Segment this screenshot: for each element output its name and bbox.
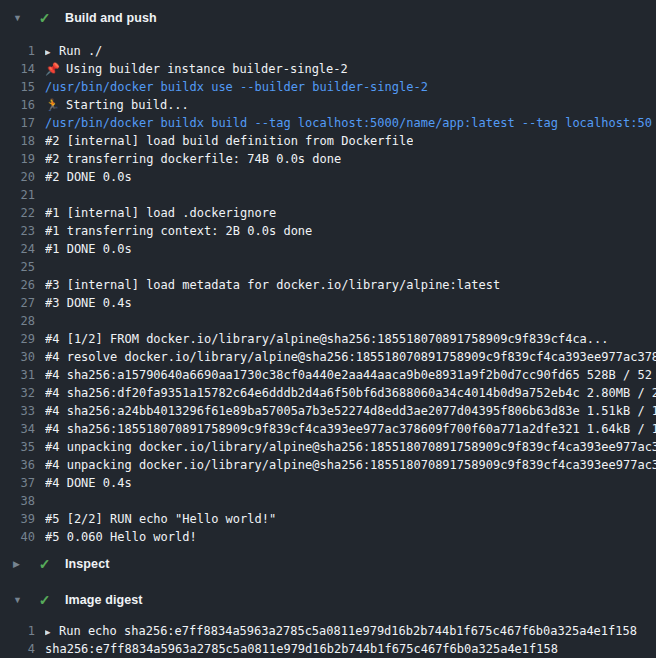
pushpin-icon: 📌 [45, 60, 60, 78]
log-text: ▶Run ./ [45, 42, 102, 60]
log-text: #1 transferring context: 2B 0.0s done [45, 222, 312, 240]
log-line: 27#3 DONE 0.4s [0, 294, 656, 312]
log-line: 40#5 0.060 Hello world! [0, 528, 656, 546]
line-number[interactable]: 14 [0, 60, 35, 78]
log-line: 1▶Run echo sha256:e7ff8834a5963a2785c5a0… [0, 622, 656, 640]
log-line: 32#4 sha256:df20fa9351a15782c64e6dddb2d4… [0, 384, 656, 402]
log-text: #1 [internal] load .dockerignore [45, 204, 276, 222]
log-text: #2 [internal] load build definition from… [45, 132, 413, 150]
line-number[interactable]: 17 [0, 114, 35, 132]
log-text: #4 [1/2] FROM docker.io/library/alpine@s… [45, 330, 609, 348]
log-line: 26#3 [internal] load metadata for docker… [0, 276, 656, 294]
log-line: 20#2 DONE 0.0s [0, 168, 656, 186]
log-line: 25 [0, 258, 656, 276]
log-text: #1 DONE 0.0s [45, 240, 132, 258]
line-number[interactable]: 29 [0, 330, 35, 348]
log-text: #5 0.060 Hello world! [45, 528, 197, 546]
section-label: Build and push [65, 11, 157, 25]
log-line: 18#2 [internal] load build definition fr… [0, 132, 656, 150]
log-line: 17/usr/bin/docker buildx build --tag loc… [0, 114, 656, 132]
line-number[interactable]: 26 [0, 276, 35, 294]
log-text: #4 sha256:185518070891758909c9f839cf4ca3… [45, 420, 656, 438]
log-text: /usr/bin/docker buildx build --tag local… [45, 114, 652, 132]
log-text: sha256:e7ff8834a5963a2785c5a0811e979d16b… [45, 640, 558, 658]
log-text: #3 DONE 0.4s [45, 294, 132, 312]
line-number[interactable]: 21 [0, 186, 35, 204]
line-number[interactable]: 24 [0, 240, 35, 258]
line-number[interactable]: 20 [0, 168, 35, 186]
section-label: Image digest [65, 593, 143, 607]
workflow-log-viewer: ▼✓Build and push1▶Run ./14📌Using builder… [0, 0, 656, 658]
log-line: 16🏃Starting build... [0, 96, 656, 114]
line-number[interactable]: 27 [0, 294, 35, 312]
log-line: 28 [0, 312, 656, 330]
log-text: #4 unpacking docker.io/library/alpine@sh… [45, 456, 656, 474]
log-line: 4sha256:e7ff8834a5963a2785c5a0811e979d16… [0, 640, 656, 658]
log-text: #4 sha256:a24bb4013296f61e89ba57005a7b3e… [45, 402, 656, 420]
line-number[interactable]: 39 [0, 510, 35, 528]
line-number[interactable]: 32 [0, 384, 35, 402]
line-number[interactable]: 15 [0, 78, 35, 96]
line-number[interactable]: 1 [0, 622, 35, 640]
line-number[interactable]: 18 [0, 132, 35, 150]
chevron-right-icon[interactable]: ▶ [13, 559, 28, 569]
line-number[interactable]: 36 [0, 456, 35, 474]
log-line: 33#4 sha256:a24bb4013296f61e89ba57005a7b… [0, 402, 656, 420]
line-number[interactable]: 19 [0, 150, 35, 168]
line-number[interactable]: 37 [0, 474, 35, 492]
log-block-image-digest: 1▶Run echo sha256:e7ff8834a5963a2785c5a0… [0, 618, 656, 658]
log-line: 37#4 DONE 0.4s [0, 474, 656, 492]
log-text: /usr/bin/docker buildx use --builder bui… [45, 78, 428, 96]
line-number[interactable]: 1 [0, 42, 35, 60]
log-text: #5 [2/2] RUN echo "Hello world!" [45, 510, 276, 528]
log-line: 34#4 sha256:185518070891758909c9f839cf4c… [0, 420, 656, 438]
run-group-toggle-icon[interactable]: ▶ [45, 623, 59, 641]
check-icon: ✓ [36, 10, 53, 26]
log-line: 29#4 [1/2] FROM docker.io/library/alpine… [0, 330, 656, 348]
line-number[interactable]: 23 [0, 222, 35, 240]
log-line: 36#4 unpacking docker.io/library/alpine@… [0, 456, 656, 474]
log-text: 📌Using builder instance builder-single-2 [45, 60, 348, 78]
log-line: 23#1 transferring context: 2B 0.0s done [0, 222, 656, 240]
section-header-build-and-push[interactable]: ▼✓Build and push [0, 0, 656, 36]
chevron-down-icon[interactable]: ▼ [13, 595, 28, 605]
line-number[interactable]: 22 [0, 204, 35, 222]
log-text: #4 resolve docker.io/library/alpine@sha2… [45, 348, 656, 366]
log-text: #2 transferring dockerfile: 74B 0.0s don… [45, 150, 341, 168]
section-header-inspect[interactable]: ▶✓Inspect [0, 546, 656, 582]
log-line: 14📌Using builder instance builder-single… [0, 60, 656, 78]
log-text: #4 DONE 0.4s [45, 474, 132, 492]
line-number[interactable]: 4 [0, 640, 35, 658]
section-label: Inspect [65, 557, 109, 571]
log-line: 35#4 unpacking docker.io/library/alpine@… [0, 438, 656, 456]
log-line: 30#4 resolve docker.io/library/alpine@sh… [0, 348, 656, 366]
chevron-down-icon[interactable]: ▼ [13, 13, 28, 23]
line-number[interactable]: 30 [0, 348, 35, 366]
log-line: 31#4 sha256:a15790640a6690aa1730c38cf0a4… [0, 366, 656, 384]
log-line: 19#2 transferring dockerfile: 74B 0.0s d… [0, 150, 656, 168]
line-number[interactable]: 16 [0, 96, 35, 114]
run-group-toggle-icon[interactable]: ▶ [45, 43, 59, 61]
log-text: #3 [internal] load metadata for docker.i… [45, 276, 500, 294]
log-line: 22#1 [internal] load .dockerignore [0, 204, 656, 222]
runner-icon: 🏃 [45, 96, 60, 114]
log-text: ▶Run echo sha256:e7ff8834a5963a2785c5a08… [45, 622, 637, 640]
log-line: 24#1 DONE 0.0s [0, 240, 656, 258]
log-line: 38 [0, 492, 656, 510]
log-text: #4 sha256:a15790640a6690aa1730c38cf0a440… [45, 366, 652, 384]
log-line: 21 [0, 186, 656, 204]
check-icon: ✓ [36, 556, 53, 572]
section-header-image-digest[interactable]: ▼✓Image digest [0, 582, 656, 618]
line-number[interactable]: 33 [0, 402, 35, 420]
line-number[interactable]: 31 [0, 366, 35, 384]
line-number[interactable]: 25 [0, 258, 35, 276]
log-text: #4 unpacking docker.io/library/alpine@sh… [45, 438, 656, 456]
log-line: 39#5 [2/2] RUN echo "Hello world!" [0, 510, 656, 528]
line-number[interactable]: 38 [0, 492, 35, 510]
line-number[interactable]: 40 [0, 528, 35, 546]
line-number[interactable]: 28 [0, 312, 35, 330]
line-number[interactable]: 34 [0, 420, 35, 438]
log-text: #2 DONE 0.0s [45, 168, 132, 186]
line-number[interactable]: 35 [0, 438, 35, 456]
log-text: #4 sha256:df20fa9351a15782c64e6dddb2d4a6… [45, 384, 656, 402]
